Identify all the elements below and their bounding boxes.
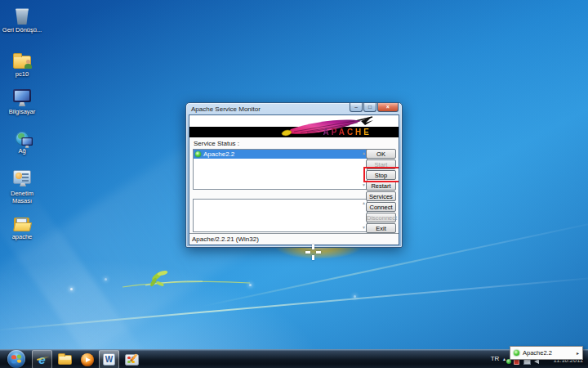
- taskbar-paint[interactable]: [122, 350, 142, 368]
- taskbar: e W TR ▲ 11.10.2011: [0, 349, 588, 368]
- stop-button-annotation-rectangle: [363, 167, 399, 182]
- paint-palette-icon: [125, 354, 139, 366]
- service-list[interactable]: Apache2.2 ▲ ▼: [193, 149, 368, 190]
- close-button[interactable]: ×: [377, 103, 399, 112]
- wallpaper-sparkle: [354, 295, 356, 298]
- service-running-icon: [195, 151, 201, 157]
- ok-button[interactable]: OK: [366, 149, 396, 159]
- start-button[interactable]: [7, 350, 25, 368]
- minimize-button[interactable]: –: [350, 103, 363, 112]
- desktop-icon-pc10[interactable]: pc10: [2, 47, 42, 78]
- wallpaper-light-streak: [0, 276, 588, 331]
- control-panel-icon: [13, 166, 31, 188]
- recycle-bin-icon: [16, 2, 29, 25]
- apache-logo-word: APACHE: [323, 128, 372, 137]
- maximize-button[interactable]: □: [363, 103, 376, 112]
- apache-tray-menu[interactable]: Apache2.2 ▸: [510, 346, 583, 360]
- window-status-bar: Apache/2.2.21 (Win32): [189, 233, 399, 245]
- desktop-icon-recycle-bin[interactable]: Geri Dönüşü...: [2, 2, 42, 34]
- exit-button[interactable]: Exit: [366, 223, 396, 233]
- connect-button[interactable]: Connect: [366, 202, 396, 212]
- media-player-icon: [81, 353, 94, 366]
- disconnect-button: Disconnect: [366, 213, 396, 222]
- desktop-icon-network[interactable]: Ağ: [2, 123, 42, 155]
- log-list[interactable]: ▲ ▼: [193, 199, 368, 232]
- wallpaper-sparkle: [70, 288, 73, 290]
- taskbar-media-player[interactable]: [77, 350, 97, 368]
- service-row-apache22[interactable]: Apache2.2: [194, 150, 367, 159]
- wallpaper-branch: [121, 266, 252, 298]
- service-name: Apache2.2: [203, 150, 234, 158]
- desktop-icon-apache-folder[interactable]: apache: [2, 209, 42, 240]
- windows-logo-icon: [11, 354, 21, 363]
- word-icon: W: [103, 353, 115, 366]
- tray-menu-service-label: Apache2.2: [523, 349, 573, 357]
- desktop-icon-computer[interactable]: Bilgisayar: [2, 84, 42, 115]
- services-button[interactable]: Services: [366, 191, 396, 201]
- taskbar-windows-explorer[interactable]: [55, 350, 75, 368]
- windows-explorer-icon: [58, 355, 72, 365]
- apache-service-monitor-window: Apache Service Monitor – □ ×: [185, 102, 403, 248]
- taskbar-internet-explorer[interactable]: e: [32, 350, 52, 368]
- shared-folder-icon: [13, 47, 31, 69]
- tray-security-icon[interactable]: [514, 359, 519, 365]
- caption-buttons: – □ ×: [349, 103, 399, 112]
- language-indicator[interactable]: TR: [488, 355, 502, 362]
- desktop-icon-label: apache: [12, 233, 33, 240]
- desktop: Geri Dönüşü... pc10 Bilgisayar Ağ Deneti…: [0, 0, 588, 368]
- desktop-icon-label: pc10: [16, 70, 29, 78]
- computer-icon: [13, 84, 31, 106]
- desktop-icon-control-panel[interactable]: Denetim Masası: [2, 166, 42, 204]
- window-client-area: APACHE Service Status : Apache2.2 ▲ ▼ ▲ …: [189, 114, 399, 245]
- service-status-label: Service Status :: [194, 140, 239, 147]
- service-running-icon: [514, 350, 519, 356]
- submenu-arrow-icon: ▸: [577, 350, 579, 356]
- mouse-cursor-crosshair: [305, 245, 321, 260]
- internet-explorer-icon: e: [38, 352, 45, 366]
- desktop-icon-label: Ağ: [18, 147, 25, 155]
- window-title: Apache Service Monitor: [191, 105, 261, 113]
- taskbar-word[interactable]: W: [99, 350, 119, 368]
- desktop-icon-label: Denetim Masası: [2, 190, 42, 204]
- folder-icon: [14, 209, 31, 231]
- network-icon: [16, 123, 29, 146]
- desktop-icon-label: Bilgisayar: [9, 108, 36, 115]
- desktop-icon-label: Geri Dönüşü...: [2, 26, 42, 34]
- wallpaper-sparkle: [105, 278, 107, 280]
